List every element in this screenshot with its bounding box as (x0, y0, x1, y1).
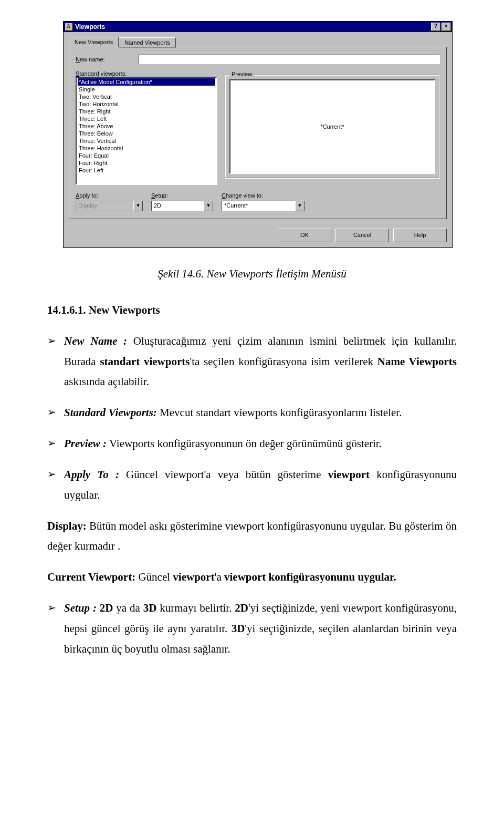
cancel-button[interactable]: Cancel (335, 229, 389, 242)
viewports-dialog: Viewports ? × New Viewports Named Viewpo… (63, 21, 453, 248)
close-icon[interactable]: × (442, 23, 451, 31)
bullet-apply-to: Apply To : Güncel viewport'a veya bütün … (47, 464, 457, 505)
list-item[interactable]: Single (78, 86, 215, 93)
bullet-standard: Standard Viewports: Mevcut standart view… (47, 402, 457, 423)
list-item[interactable]: Three: Above (78, 122, 215, 130)
help-button[interactable]: Help (393, 229, 447, 242)
paragraph-current: Current Viewport: Güncel viewport'a view… (47, 567, 457, 587)
change-view-combo[interactable]: *Current* ▼ (222, 201, 306, 211)
list-item[interactable]: Four: Equal (78, 152, 215, 159)
titlebar: Viewports ? × (64, 22, 452, 32)
chevron-down-icon[interactable]: ▼ (204, 201, 213, 211)
list-item[interactable]: Two: Horizontal (78, 100, 215, 108)
change-view-value: *Current* (222, 201, 295, 211)
document-body: Şekil 14.6. New Viewports İletişim Menüs… (47, 264, 457, 659)
tab-panel: New name: Standard viewports: *Active Mo… (69, 47, 447, 219)
setup-combo[interactable]: 2D ▼ (151, 201, 214, 211)
term: Setup : (64, 602, 97, 614)
list-item[interactable]: Three: Vertical (78, 137, 215, 144)
standard-viewports-label: Standard viewports: (76, 70, 217, 77)
list-item[interactable]: Four: Left (78, 167, 215, 174)
apply-to-combo[interactable]: Display ▼ (76, 201, 144, 211)
bullet-new-name: New Name : Oluşturacağımız yeni çizim al… (47, 331, 457, 393)
dialog-screenshot: Viewports ? × New Viewports Named Viewpo… (63, 21, 457, 248)
bullet-preview: Preview : Viewports konfigürasyonunun ön… (47, 433, 457, 454)
tab-new-viewports[interactable]: New Viewports (69, 37, 119, 47)
term: Preview : (64, 437, 107, 450)
chevron-down-icon[interactable]: ▼ (133, 201, 143, 211)
list-item[interactable]: Three: Left (78, 115, 215, 122)
new-name-input[interactable] (139, 55, 440, 64)
term: Apply To : (64, 468, 119, 481)
apply-to-value: Display (76, 201, 133, 211)
list-item[interactable]: *Active Model Configuration* (78, 78, 215, 86)
term: Standard Viewports: (64, 406, 157, 419)
preview-content: *Current* (320, 123, 344, 130)
new-name-label: New name: (76, 56, 133, 63)
help-icon[interactable]: ? (431, 23, 440, 31)
app-icon (65, 23, 73, 31)
list-item[interactable]: Three: Horizontal (78, 144, 215, 152)
tab-named-viewports[interactable]: Named Viewports (119, 37, 176, 48)
ok-button[interactable]: OK (278, 229, 331, 242)
list-item[interactable]: Three: Right (78, 108, 215, 115)
chevron-down-icon[interactable]: ▼ (295, 201, 304, 211)
dialog-title: Viewports (75, 23, 431, 30)
list-item[interactable]: Three: Below (78, 130, 215, 137)
figure-caption: Şekil 14.6. New Viewports İletişim Menüs… (47, 264, 457, 284)
apply-to-label: Apply to: (76, 192, 144, 199)
standard-viewports-list[interactable]: *Active Model Configuration* Single Two:… (76, 77, 217, 185)
setup-value: 2D (151, 201, 204, 211)
term: New Name : (64, 335, 127, 347)
section-heading: 14.1.6.1. New Viewports (47, 300, 457, 321)
preview-area: *Current* (229, 79, 435, 174)
change-view-label: Change view to: (222, 192, 440, 199)
preview-group: Preview *Current* (225, 75, 440, 179)
preview-label: Preview (229, 71, 254, 77)
paragraph-display: Display: Bütün model askı gösterimine vı… (47, 516, 457, 557)
setup-label: Setup: (151, 192, 214, 199)
list-item[interactable]: Two: Vertical (78, 93, 215, 100)
list-item[interactable]: Four: Right (78, 159, 215, 167)
bullet-setup: Setup : 2D ya da 3D kurmayı belirtir. 2D… (47, 598, 457, 659)
